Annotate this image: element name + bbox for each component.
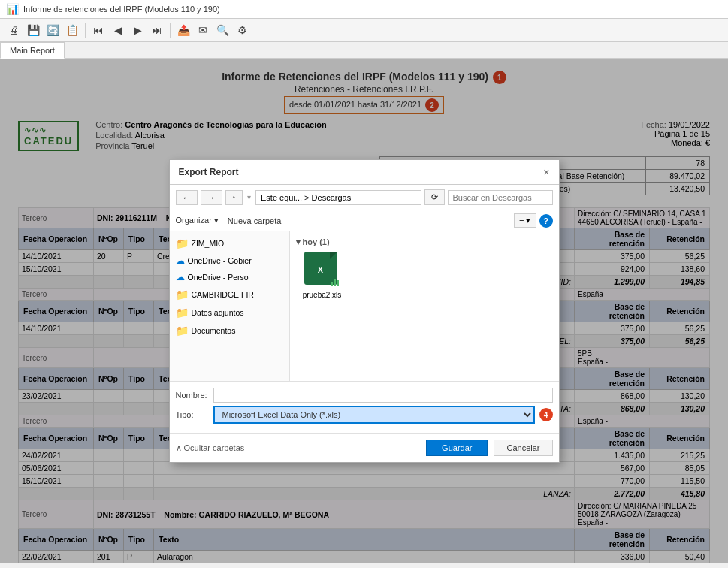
dialog-sidebar: 📁 ZIM_MIO ☁ OneDrive - Gobier ☁ OneDrive… <box>170 231 290 381</box>
settings-button[interactable]: ⚙ <box>233 21 251 39</box>
file-item-prueba2[interactable]: X prueba2.xls <box>296 252 349 299</box>
cancelar-button[interactable]: Cancelar <box>494 440 552 456</box>
dialog-title-bar: Export Report × <box>170 160 559 185</box>
toolbar: 🖨 💾 🔄 📋 ⏮ ◀ ▶ ⏭ 📤 ✉ 🔍 ⚙ <box>0 19 728 42</box>
folder-icon-datos: 📁 <box>176 307 189 319</box>
nombre-field-row: Nombre: <box>176 388 553 403</box>
sidebar-item-zim-mio[interactable]: 📁 ZIM_MIO <box>170 234 289 252</box>
separator-1 <box>85 23 86 38</box>
report-wrapper: Informe de Retenciones del IRPF (Modelos… <box>0 59 728 563</box>
email-button[interactable]: ✉ <box>194 21 212 39</box>
copy-button[interactable]: 📋 <box>63 21 81 39</box>
sidebar-item-documentos[interactable]: 📁 Documentos <box>170 322 289 340</box>
tab-bar: Main Report <box>0 42 728 59</box>
cloud-icon-2: ☁ <box>176 272 185 282</box>
guardar-button[interactable]: Guardar <box>426 440 488 456</box>
nav-forward-button[interactable]: → <box>201 190 222 205</box>
file-grid: X prueba2.xls <box>296 252 553 299</box>
file-area: ▾ hoy (1) X <box>290 231 559 381</box>
nombre-label: Nombre: <box>176 391 213 400</box>
export-button[interactable]: 📤 <box>174 21 192 39</box>
next-button[interactable]: ▶ <box>128 21 147 39</box>
nav-up-button[interactable]: ↑ <box>225 190 243 205</box>
dialog-title-text: Export Report <box>179 167 239 177</box>
nav-search-input[interactable] <box>448 190 553 205</box>
date-group-header: ▾ hoy (1) <box>296 237 553 247</box>
zoom-button[interactable]: 🔍 <box>213 21 231 39</box>
file-icon-xls: X <box>304 252 340 288</box>
hide-folders-button[interactable]: ∧ Ocultar carpetas <box>176 443 421 453</box>
app-icon: 📊 <box>6 3 19 15</box>
sidebar-item-onedrive-perso[interactable]: ☁ OneDrive - Perso <box>170 269 289 286</box>
tipo-field-row: Tipo: Microsoft Excel Data Only (*.xls) … <box>176 406 553 424</box>
nav-path-display: Este equi... > Descargas <box>255 190 421 205</box>
dialog-file-browser: 📁 ZIM_MIO ☁ OneDrive - Gobier ☁ OneDrive… <box>170 231 559 382</box>
tipo-select[interactable]: Microsoft Excel Data Only (*.xls) <box>213 406 535 424</box>
dialog-footer: ∧ Ocultar carpetas Guardar Cancelar <box>170 434 559 462</box>
view-toggle-button[interactable]: ≡ ▾ <box>514 213 536 228</box>
first-button[interactable]: ⏮ <box>89 21 107 39</box>
print-button[interactable]: 🖨 <box>5 21 23 39</box>
prev-button[interactable]: ◀ <box>109 21 127 39</box>
dialog-fields: Nombre: Tipo: Microsoft Excel Data Only … <box>170 382 559 434</box>
tipo-label: Tipo: <box>176 410 213 419</box>
dialog-nav-bar: ← → ↑ ▾ Este equi... > Descargas ⟳ <box>170 185 559 210</box>
sidebar-item-onedrive-gobier[interactable]: ☁ OneDrive - Gobier <box>170 252 289 269</box>
cloud-icon-1: ☁ <box>176 255 185 266</box>
folder-icon: 📁 <box>176 237 189 249</box>
refresh-button[interactable]: 🔄 <box>44 21 62 39</box>
separator-2 <box>170 23 171 38</box>
folder-icon-cambridge: 📁 <box>176 289 189 301</box>
last-button[interactable]: ⏭ <box>148 21 166 39</box>
nav-refresh-button[interactable]: ⟳ <box>424 189 445 205</box>
dialog-close-button[interactable]: × <box>543 166 549 178</box>
folder-icon-docs: 📁 <box>176 325 189 337</box>
sidebar-item-cambridge[interactable]: 📁 CAMBRIDGE FIR <box>170 286 289 304</box>
title-bar: 📊 Informe de retenciones del IRPF (Model… <box>0 0 728 19</box>
tab-main-report[interactable]: Main Report <box>0 42 65 59</box>
new-folder-button[interactable]: Nueva carpeta <box>228 216 282 225</box>
nombre-input[interactable] <box>213 388 553 403</box>
sidebar-item-datos-adjuntos[interactable]: 📁 Datos adjuntos <box>170 304 289 322</box>
title-bar-text: Informe de retenciones del IRPF (Modelos… <box>23 5 220 14</box>
save-button[interactable]: 💾 <box>24 21 42 39</box>
dialog-file-toolbar: Organizar ▾ Nueva carpeta ≡ ▾ ? <box>170 210 559 231</box>
nav-back-button[interactable]: ← <box>176 190 198 205</box>
dialog-overlay: Export Report × ← → ↑ ▾ Este equi... > D… <box>0 59 728 563</box>
organize-button[interactable]: Organizar ▾ <box>176 216 219 225</box>
help-button[interactable]: ? <box>539 214 553 228</box>
export-report-dialog: Export Report × ← → ↑ ▾ Este equi... > D… <box>169 159 560 463</box>
badge-4: 4 <box>539 408 553 421</box>
file-name-label: prueba2.xls <box>303 291 342 299</box>
